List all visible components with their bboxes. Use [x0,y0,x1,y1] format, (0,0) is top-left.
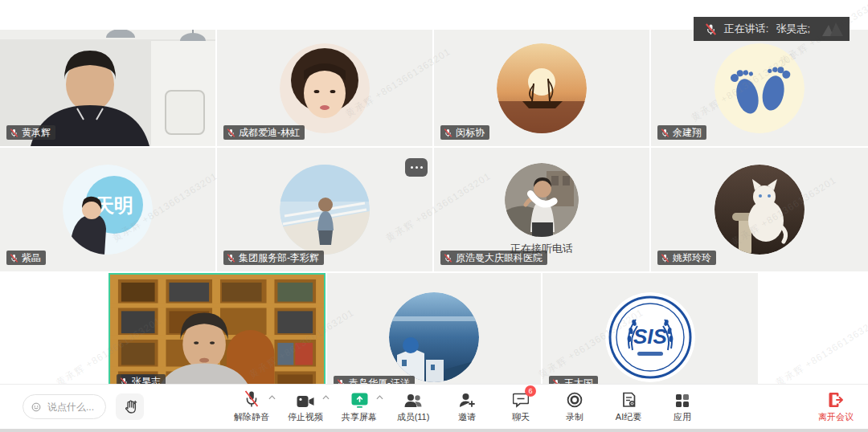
participant-nameplate: 闵标协 [440,125,489,140]
watermark-logo-icon [821,20,845,38]
stop-video-button[interactable]: 停止视频 [287,390,324,423]
ai-notes-label: AI纪要 [616,411,641,423]
unmute-label: 解除静音 [234,411,269,423]
chat-button[interactable]: 聊天 6 [502,390,539,423]
mic-muted-icon [444,254,452,263]
avatar [280,43,370,133]
members-label: 成员(11) [397,411,430,423]
participant-name: 集团服务部-李彩辉 [239,251,319,265]
participant-nameplate: 成都爱迪-林虹 [223,125,305,140]
avatar [389,292,479,382]
window-bottom-edge [0,429,868,432]
mic-muted-icon [10,128,18,137]
avatar [714,43,805,133]
meeting-window: 黄承辉 +8613661363201 黄承辉 +8613661363201 黄承… [0,0,868,432]
participant-tile[interactable]: 闵标协 [434,30,649,146]
participant-tile[interactable]: 正在接听电话 原浩曼大庆眼科医院 [434,148,649,271]
raise-hand-icon [122,399,138,415]
leave-meeting-icon [829,392,844,408]
invite-button[interactable]: 邀请 [448,390,485,423]
participant-nameplate: 余建翔 [657,125,706,140]
chat-unread-badge: 6 [525,385,536,397]
mic-muted-icon [444,128,452,137]
avatar-image [280,43,370,133]
more-options-button[interactable] [405,158,428,177]
participant-name: 紫晶 [22,251,41,265]
share-screen-icon [351,393,368,408]
participant-tile[interactable]: 成都爱迪-林虹 [217,30,432,146]
mic-muted-icon [661,128,669,137]
speaking-banner-speaker: 张昊志; [776,22,810,36]
share-screen-button[interactable]: 共享屏幕 [341,390,378,423]
avatar [714,165,805,255]
avatar: SIS [605,292,695,382]
invite-icon [459,393,475,408]
toolbar: 解除静音 停止视频 [0,384,868,429]
chevron-up-icon[interactable] [376,395,383,400]
mic-muted-icon [227,254,235,263]
chat-label: 聊天 [512,411,530,423]
mic-muted-icon [10,254,18,263]
camera-icon [297,395,314,408]
participant-tile-speaking[interactable]: 张昊志 [108,273,326,401]
participant-nameplate: 黄承辉 [6,125,55,140]
members-button[interactable]: 成员(11) [395,390,432,423]
participant-tile[interactable]: 天明 紫晶 [0,148,215,271]
avatar-image: 天明 [63,165,153,255]
avatar-image [714,165,805,255]
avatar-image [497,43,587,133]
stop-video-label: 停止视频 [288,411,323,423]
participant-nameplate: 原浩曼大庆眼科医院 [440,251,547,265]
share-screen-label: 共享屏幕 [342,411,377,423]
unmute-button[interactable]: 解除静音 [233,390,270,423]
participant-tile[interactable]: 黄承辉 [0,30,215,146]
avatar: 天明 [63,165,153,255]
participant-nameplate: 紫晶 [6,251,46,265]
participant-name: 余建翔 [673,126,702,140]
participant-tile[interactable]: 集团服务部-李彩辉 [217,148,432,271]
chat-input[interactable] [46,401,97,414]
chevron-up-icon[interactable] [268,395,276,400]
participant-nameplate: 集团服务部-李彩辉 [223,251,324,265]
watermark: 黄承辉 +8613661363201 [773,314,868,389]
avatar-image [280,165,370,255]
chevron-up-icon[interactable] [322,395,330,400]
participant-name: 姚郑玲玲 [673,251,711,265]
mic-muted-icon [244,390,260,408]
avatar [505,163,579,237]
apps-label: 应用 [674,411,691,423]
speaking-banner-prefix: 正在讲话: [724,22,769,36]
record-icon [567,392,583,408]
avatar-image [389,292,479,382]
svg-text:SIS: SIS [633,324,668,348]
emoji-icon [31,401,41,414]
participant-name: 闵标协 [456,126,485,140]
avatar [280,165,370,255]
participant-nameplate: 姚郑玲玲 [657,251,716,265]
speaking-banner: 正在讲话: 张昊志; [694,17,850,41]
participant-tile[interactable]: 姚郑玲玲 [651,148,868,271]
leave-meeting-label: 离开会议 [818,411,854,423]
participant-tile[interactable]: 余建翔 [651,30,868,146]
ai-notes-button[interactable]: AI纪要 [610,390,647,423]
participant-name: 成都爱迪-林虹 [239,126,300,140]
members-icon [403,393,423,408]
invite-label: 邀请 [458,411,476,423]
raise-hand-button[interactable] [116,393,144,420]
avatar-image: SIS [605,292,695,382]
participant-tile[interactable]: SIS 王大国 [542,273,758,401]
mic-muted-icon [705,23,717,35]
record-button[interactable]: 录制 [556,390,593,423]
apps-button[interactable]: 应用 [664,390,701,423]
chat-input-pill[interactable] [23,394,106,419]
mic-muted-icon [661,254,669,263]
avatar-image [714,43,805,133]
participant-name: 原浩曼大庆眼科医院 [456,251,542,265]
apps-icon [675,393,690,408]
leave-meeting-button[interactable]: 离开会议 [818,392,854,423]
participant-tile[interactable]: 青岛华厦-汪洋 [327,273,541,401]
avatar [497,43,587,133]
ai-notes-icon [621,392,637,408]
toolbar-buttons: 解除静音 停止视频 [233,390,701,423]
phone-call-icon [526,186,558,214]
